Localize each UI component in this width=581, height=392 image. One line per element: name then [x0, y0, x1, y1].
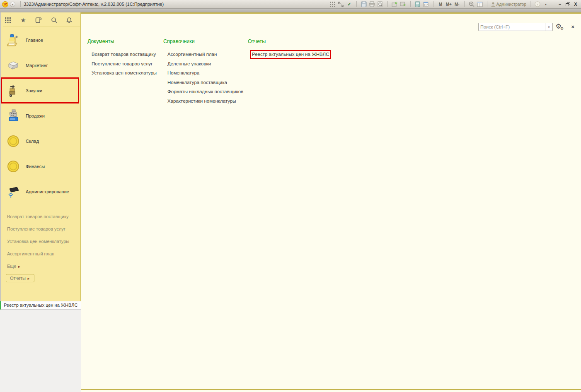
more-link-label: Еще [7, 264, 16, 269]
sidebar-item-label: Администрирование [26, 189, 69, 194]
divider [20, 1, 21, 7]
menu-grid-icon[interactable] [3, 16, 12, 25]
sidebar-item-marketing[interactable]: Маркетинг [1, 53, 80, 78]
calendar-icon[interactable] [423, 1, 429, 7]
link-vozvrat-tovarov[interactable]: Возврат товаров поставщику [87, 50, 160, 59]
scale-resize-icon[interactable] [338, 1, 344, 7]
divider [530, 1, 530, 7]
coin-icon [6, 134, 20, 148]
sidebar-nav: Главное Маркетинг Закупки Продажи Склад [1, 27, 80, 204]
clipboard-copy-icon[interactable] [392, 1, 398, 7]
all-functions-grid-icon[interactable] [329, 1, 336, 7]
sidebar-item-prodazhi[interactable]: Продажи [1, 103, 80, 128]
notifications-bell-icon[interactable] [65, 16, 74, 25]
reports-menu-button[interactable]: Отчеты ► [6, 274, 34, 282]
search-clear-icon[interactable]: x [545, 23, 552, 31]
section-panel-zakupki: x ⚙⚙ × Документы Возврат товаров поставщ… [81, 12, 581, 392]
app-logo-icon: 1С [2, 1, 8, 7]
divider [433, 1, 433, 7]
link-reestr-label: Реестр актуальных цен на ЖНВЛС [252, 52, 329, 57]
sidebar-item-glavnoe[interactable]: Главное [1, 27, 80, 53]
coin-icon [6, 159, 20, 173]
sidebar-empty-area [1, 310, 81, 392]
link-nomenklatura[interactable]: Номенклатура [163, 68, 248, 78]
sidebar-item-finansy[interactable]: Финансы [1, 154, 80, 179]
sidebar-item-label: Продажи [26, 113, 45, 118]
toolbar-band [0, 9, 581, 12]
split-window-icon[interactable] [477, 1, 483, 7]
quick-link-postuplenie[interactable]: Поступление товаров услуг [7, 226, 65, 231]
column-header-references[interactable]: Справочники [163, 38, 248, 44]
link-assortimentnyj-plan[interactable]: Ассортиментный план [163, 50, 248, 59]
package-box-icon [6, 58, 20, 72]
sidebar-separator [1, 206, 80, 206]
settings-gear-icon[interactable]: ⚙⚙ [556, 22, 565, 30]
clipboard-paste-icon[interactable] [400, 1, 407, 7]
divider [410, 1, 411, 7]
hand-truck-icon [6, 84, 20, 98]
link-nomenklatura-postavshchika[interactable]: Номенклатура поставщика [163, 78, 248, 87]
titlebar-toolbar: ✓ M M+ M- [329, 1, 581, 7]
column-references: Справочники Ассортиментный план Деленные… [163, 38, 248, 106]
link-ustanovka-cen[interactable]: Установка цен номенклатуры [87, 68, 160, 78]
history-scroll-icon[interactable] [34, 16, 43, 25]
sidebar-item-label: Склад [26, 139, 39, 144]
search-box: x [478, 23, 553, 31]
sidebar-item-label: Маркетинг [26, 63, 48, 68]
sidebar: ★ Главное Маркетинг Закупки [0, 12, 81, 301]
service-caret-button[interactable]: ▾ [542, 1, 549, 7]
current-user-button[interactable]: Администратор [491, 2, 526, 7]
link-harakteristiki-nomenklatury[interactable]: Характеристики номенклатуры [163, 96, 248, 106]
memory-m-button[interactable]: M [437, 1, 444, 7]
link-formaty-nakladnyh[interactable]: Форматы накладных поставщиков [163, 87, 248, 96]
divider [356, 1, 357, 7]
calculator-icon[interactable] [414, 1, 421, 7]
memory-m-plus-button[interactable]: M+ [445, 1, 452, 7]
current-user-label: Администратор [496, 2, 526, 7]
apply-checkmark-icon[interactable]: ✓ [346, 1, 353, 7]
favorites-star-icon[interactable]: ★ [19, 16, 28, 25]
search-input[interactable] [479, 24, 545, 29]
cash-register-icon [6, 109, 20, 123]
divider [553, 1, 553, 7]
column-header-documents[interactable]: Документы [87, 38, 160, 44]
sidebar-item-label: Финансы [26, 164, 45, 169]
sidebar-item-label: Главное [26, 38, 43, 43]
arrow-right-icon: ► [17, 265, 21, 269]
arrow-right-icon: ► [27, 277, 30, 281]
zoom-magnifier-icon[interactable] [468, 1, 475, 7]
memory-m-minus-button[interactable]: M- [454, 1, 460, 7]
sidebar-item-sklad[interactable]: Склад [1, 128, 80, 154]
save-icon[interactable] [361, 1, 367, 7]
open-window-tab[interactable]: Реестр актуальных цен на ЖНВЛС [0, 301, 81, 310]
print-icon[interactable] [369, 1, 375, 7]
link-delennye-upakovki[interactable]: Деленные упаковки [163, 59, 248, 69]
sidebar-item-zakupki[interactable]: Закупки [1, 78, 80, 103]
column-reports: Отчеты Реестр актуальных цен на ЖНВЛС [248, 38, 343, 59]
quick-link-assortiment[interactable]: Ассортиментный план [7, 251, 54, 256]
column-header-reports[interactable]: Отчеты [248, 38, 343, 44]
quick-link-vozvrat[interactable]: Возврат товаров поставщику [7, 214, 68, 219]
link-postuplenie-tovarov[interactable]: Поступление товаров услуг [87, 59, 160, 69]
sidebar-item-label: Закупки [26, 88, 42, 93]
print-preview-icon[interactable] [377, 1, 384, 7]
gear-small-icon: ⚙ [560, 26, 564, 31]
column-documents: Документы Возврат товаров поставщику Пос… [87, 38, 160, 78]
sidebar-item-administrirovanie[interactable]: Администрирование [1, 179, 80, 204]
desk-lamp-icon [6, 33, 20, 47]
panel-close-icon[interactable]: × [571, 24, 574, 30]
more-link[interactable]: Еще ► [7, 264, 21, 269]
divider [387, 1, 388, 7]
main-menu-dropdown-button[interactable]: ▾ [10, 2, 15, 7]
quick-link-ustanovka[interactable]: Установка цен номенклатуры [7, 239, 69, 244]
search-magnifier-icon[interactable] [49, 16, 58, 25]
laptop-wifi-icon [6, 185, 20, 199]
restore-button[interactable] [564, 1, 571, 7]
minimize-button[interactable]: – [557, 1, 563, 7]
info-icon[interactable]: i [534, 1, 541, 7]
link-reestr-cen-zhnvls[interactable]: Реестр актуальных цен на ЖНВЛС [248, 50, 343, 59]
content-bottom-border [81, 389, 581, 390]
close-window-button[interactable]: X [573, 1, 579, 7]
window-title: 3323/Администратор/Софт-Аптека:, v.2.032… [24, 2, 164, 7]
divider [487, 1, 487, 7]
